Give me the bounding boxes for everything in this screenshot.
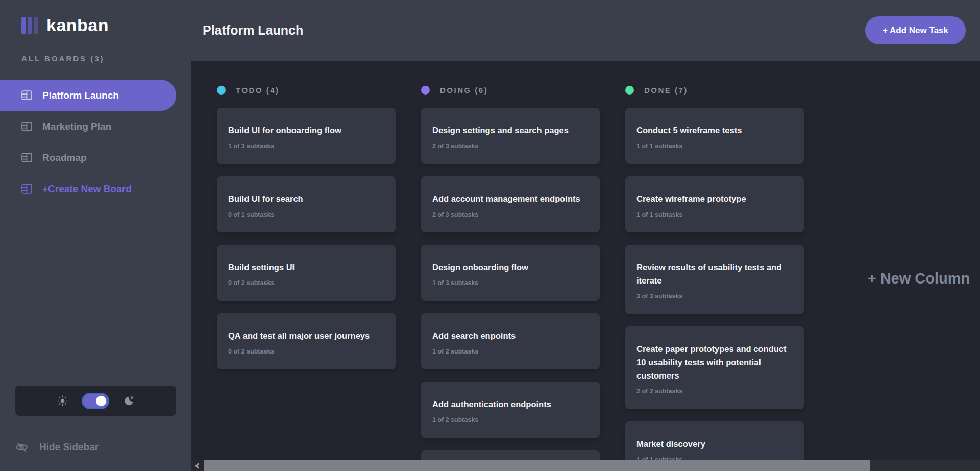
card-subtitle: 3 of 3 subtasks: [636, 293, 793, 300]
card-title: Build UI for search: [228, 192, 384, 205]
board-columns: TODO (4) Build UI for onboarding flow 1 …: [191, 61, 980, 471]
card-subtitle: 0 of 1 subtasks: [228, 211, 384, 219]
card-title: Build UI for onboarding flow: [228, 124, 384, 137]
board: TODO (4) Build UI for onboarding flow 1 …: [191, 61, 980, 471]
column-dot-icon: [625, 86, 634, 95]
sidebar-item-create-new-board[interactable]: +Create New Board: [0, 173, 176, 204]
column-title: DOING (6): [440, 86, 488, 95]
board-menu-icon[interactable]: [978, 21, 980, 40]
card-title: Create wireframe prototype: [636, 192, 793, 205]
moon-icon: [123, 395, 134, 407]
task-card[interactable]: Build UI for onboarding flow 1 of 3 subt…: [217, 108, 396, 164]
board-icon: [21, 122, 32, 131]
card-subtitle: 1 of 3 subtasks: [228, 143, 384, 150]
sidebar-item-label: Marketing Plan: [42, 121, 111, 132]
card-subtitle: 2 of 3 subtasks: [432, 211, 589, 219]
task-card[interactable]: Review results of usability tests and it…: [625, 245, 804, 314]
page-title: Platform Launch: [203, 23, 303, 38]
card-subtitle: 1 of 1 subtasks: [636, 211, 793, 219]
column-dot-icon: [217, 86, 226, 95]
card-subtitle: 0 of 2 subtasks: [228, 348, 384, 356]
card-title: Design settings and search pages: [432, 124, 589, 137]
board-column: DOING (6) Design settings and search pag…: [421, 86, 600, 471]
task-card[interactable]: QA and test all major user journeys 0 of…: [217, 313, 396, 369]
task-card[interactable]: Create wireframe prototype 1 of 1 subtas…: [625, 176, 804, 232]
logo-text: kanban: [46, 15, 109, 35]
card-title: Create paper prototypes and conduct 10 u…: [636, 342, 793, 382]
chevron-left-icon: [195, 463, 201, 468]
card-subtitle: 2 of 2 subtasks: [636, 388, 793, 395]
board-icon: [21, 153, 32, 162]
theme-toggle-switch[interactable]: [83, 394, 108, 408]
sidebar-item-platform-launch[interactable]: Platform Launch: [0, 80, 176, 111]
task-card[interactable]: Build UI for search 0 of 1 subtasks: [217, 176, 396, 232]
sidebar-item-label: Roadmap: [42, 152, 87, 163]
card-subtitle: 2 of 3 subtasks: [432, 143, 589, 150]
column-title: DONE (7): [644, 86, 688, 95]
board-icon: [21, 90, 32, 100]
column-cards: Design settings and search pages 2 of 3 …: [421, 108, 600, 471]
main-area: Platform Launch + Add New Task TODO (4) …: [191, 0, 980, 471]
card-title: Review results of usability tests and it…: [636, 261, 793, 287]
column-title: TODO (4): [236, 86, 280, 95]
card-subtitle: 1 of 1 subtasks: [636, 143, 793, 150]
task-card[interactable]: Design onboarding flow 1 of 3 subtasks: [421, 245, 600, 301]
theme-toggle-box: [15, 386, 176, 416]
task-card[interactable]: Add search enpoints 1 of 2 subtasks: [421, 313, 600, 369]
task-card[interactable]: Add account management endpoints 2 of 3 …: [421, 176, 600, 232]
card-title: Add authentication endpoints: [432, 397, 589, 411]
toggle-knob: [96, 396, 106, 406]
board-column: DONE (7) Conduct 5 wireframe tests 1 of …: [625, 86, 804, 471]
horizontal-scrollbar-thumb[interactable]: [204, 460, 870, 471]
logo: kanban: [0, 0, 191, 35]
sidebar-item-roadmap[interactable]: Roadmap: [0, 142, 176, 173]
scroll-left-button[interactable]: [191, 460, 204, 471]
sidebar-item-label: Platform Launch: [42, 90, 119, 101]
card-title: Design onboarding flow: [432, 261, 589, 274]
sidebar-item-marketing-plan[interactable]: Marketing Plan: [0, 111, 176, 142]
column-cards: Conduct 5 wireframe tests 1 of 1 subtask…: [625, 108, 804, 471]
card-title: Build settings UI: [228, 261, 384, 274]
logo-bars-icon: [21, 17, 38, 34]
column-header: DOING (6): [421, 86, 600, 95]
new-column-button[interactable]: + New Column: [829, 86, 980, 471]
card-subtitle: 0 of 2 subtasks: [228, 279, 384, 287]
hide-sidebar-button[interactable]: Hide Sidebar: [15, 441, 99, 453]
sun-icon: [57, 395, 68, 406]
column-header: TODO (4): [217, 86, 396, 95]
horizontal-scrollbar: [191, 460, 980, 471]
card-title: Add account management endpoints: [432, 192, 589, 205]
board-icon: [21, 184, 32, 194]
kanban-app: kanban ALL BOARDS (3) Platform Launch Ma…: [0, 0, 980, 471]
column-header: DONE (7): [625, 86, 804, 95]
card-title: Conduct 5 wireframe tests: [636, 124, 793, 137]
card-subtitle: 1 of 3 subtasks: [432, 279, 589, 287]
card-subtitle: 1 of 2 subtasks: [432, 416, 589, 424]
task-card[interactable]: Design settings and search pages 2 of 3 …: [421, 108, 600, 164]
task-card[interactable]: Create paper prototypes and conduct 10 u…: [625, 326, 804, 409]
card-subtitle: 1 of 2 subtasks: [432, 348, 589, 356]
add-new-task-button[interactable]: + Add New Task: [865, 16, 966, 44]
task-card[interactable]: Add authentication endpoints 1 of 2 subt…: [421, 382, 600, 438]
eye-slash-icon: [15, 442, 28, 453]
board-column: TODO (4) Build UI for onboarding flow 1 …: [217, 86, 396, 382]
header-actions: + Add New Task: [865, 16, 980, 44]
card-title: Add search enpoints: [432, 329, 589, 342]
task-card[interactable]: Conduct 5 wireframe tests 1 of 1 subtask…: [625, 108, 804, 164]
task-card[interactable]: Build settings UI 0 of 2 subtasks: [217, 245, 396, 301]
card-title: QA and test all major user journeys: [228, 329, 384, 342]
board-list: Platform Launch Marketing Plan Roadmap +…: [0, 80, 191, 204]
column-cards: Build UI for onboarding flow 1 of 3 subt…: [217, 108, 396, 369]
hide-sidebar-label: Hide Sidebar: [39, 441, 99, 453]
all-boards-heading: ALL BOARDS (3): [0, 54, 191, 63]
sidebar: kanban ALL BOARDS (3) Platform Launch Ma…: [0, 0, 191, 471]
column-dot-icon: [421, 86, 430, 95]
header: Platform Launch + Add New Task: [191, 0, 980, 61]
sidebar-item-label: +Create New Board: [42, 183, 132, 195]
card-title: Market discovery: [636, 437, 793, 451]
